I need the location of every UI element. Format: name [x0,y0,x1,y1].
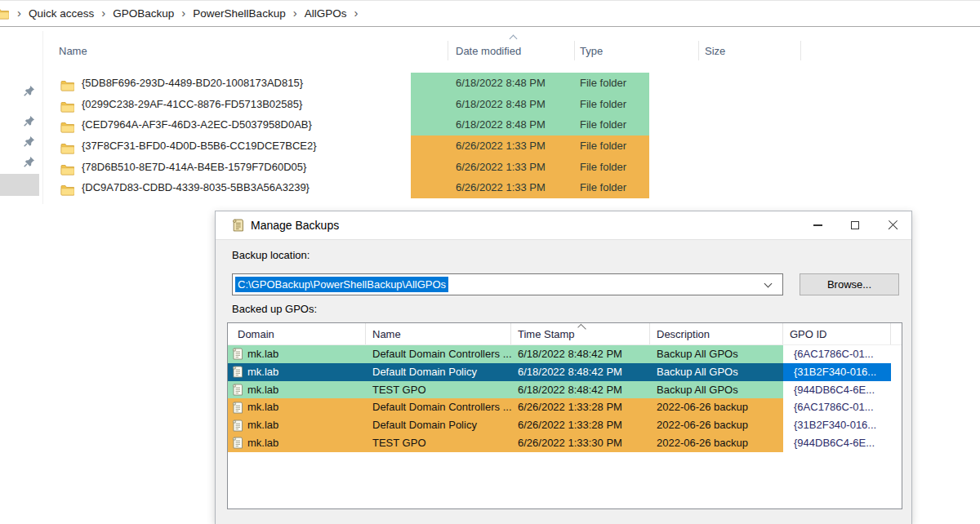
chevron-right-icon [346,6,365,21]
folder-icon [0,8,10,20]
gpo-scroll-icon [232,437,243,449]
cell-time: 6/18/2022 8:48:42 PM [511,381,650,399]
dialog-titlebar: Manage Backups [216,211,911,239]
file-date: 6/18/2022 8:48 PM [456,94,546,115]
table-row[interactable]: mk.lab Default Domain Controllers ... 6/… [228,345,902,363]
cell-domain: mk.lab [247,416,278,434]
column-gpo-id[interactable]: GPO ID [783,323,891,344]
cell-description: 2022-06-26 backup [650,416,783,434]
file-name: {0299C238-29AF-41CC-8876-FD5713B02585} [82,94,302,115]
minimize-icon [813,224,822,226]
cell-name: Default Domain Controllers ... [366,345,511,363]
cell-gpo-id: {6AC1786C-01... [783,345,891,363]
maximize-button[interactable] [836,211,874,239]
maximize-icon [851,221,859,229]
breadcrumb: Quick access GPOBackup PowerShellBackup … [0,0,980,27]
header-filler [891,323,902,344]
file-type: File folder [580,177,626,198]
cell-time: 6/26/2022 1:33:28 PM [511,416,650,434]
table-row[interactable]: mk.lab TEST GPO 6/18/2022 8:48:42 PM Bac… [228,381,902,399]
column-description[interactable]: Description [650,323,783,344]
file-list: {5DB8F696-293D-4489-BD20-1008173AD815} 6… [0,73,817,198]
cell-description: 2022-06-26 backup [650,398,783,416]
chevron-right-icon [286,6,305,21]
file-date: 6/18/2022 8:48 PM [456,73,546,94]
column-domain[interactable]: Domain [228,323,366,344]
file-name: {37F8CF31-BFD0-4D0D-B5B6-CC19DCE7BCE2} [82,135,317,157]
column-divider[interactable] [800,41,801,60]
chevron-down-icon[interactable] [764,280,773,288]
column-name[interactable]: Name [59,45,87,57]
file-type: File folder [580,94,626,115]
table-row-selected[interactable]: mk.lab Default Domain Policy 6/18/2022 8… [228,363,902,381]
table-row[interactable]: mk.lab Default Domain Controllers ... 6/… [228,398,902,416]
file-row[interactable]: {DC9A7D83-CDBD-4339-8035-5BB3A56A3239} 6… [0,177,817,198]
backup-location-input[interactable]: C:\GPOBackup\PowerShellBackup\AllGPOs [232,273,783,295]
table-row[interactable]: mk.lab Default Domain Policy 6/26/2022 1… [228,416,902,434]
column-date-modified[interactable]: Date modified [456,45,521,57]
table-header: Domain Name Time Stamp Description GPO I… [228,323,902,345]
file-list-header: Name Date modified Type Size [0,39,817,61]
backed-up-gpos-table: Domain Name Time Stamp Description GPO I… [227,322,902,509]
cell-time: 6/18/2022 8:48:42 PM [511,345,650,363]
cell-description: 2022-06-26 backup [650,434,783,452]
file-row[interactable]: {78D6B510-8E7D-414A-B4EB-1579F7D60D05} 6… [0,157,817,178]
backup-location-label: Backup location: [232,249,310,261]
cell-time: 6/18/2022 8:48:42 PM [511,363,650,381]
column-divider[interactable] [448,41,448,60]
column-type[interactable]: Type [580,45,603,57]
cell-gpo-id: {944DB6C4-6E... [783,434,891,452]
file-name: {5DB8F696-293D-4489-BD20-1008173AD815} [82,73,303,94]
folder-icon [60,182,74,203]
gpo-scroll-icon [232,348,243,360]
file-row[interactable]: {CED7964A-AF3F-46D3-A2EC-D5037958D0AB} 6… [0,114,817,135]
breadcrumb-allgpos[interactable]: AllGPOs [305,7,347,20]
minimize-button[interactable] [799,211,836,239]
file-date: 6/26/2022 1:33 PM [456,135,546,157]
chevron-right-icon [94,6,113,21]
file-type: File folder [580,73,626,94]
file-date: 6/26/2022 1:33 PM [456,177,546,198]
column-time-stamp[interactable]: Time Stamp [511,323,650,344]
column-divider[interactable] [698,41,699,60]
cell-time: 6/26/2022 1:33:30 PM [511,434,650,452]
cell-gpo-id: {31B2F340-016... [783,363,891,381]
gpo-scroll-icon [232,384,243,396]
dialog-title: Manage Backups [251,219,339,232]
backed-up-gpos-label: Backed up GPOs: [232,303,317,315]
column-name[interactable]: Name [366,323,511,344]
cell-domain: mk.lab [247,345,278,363]
cell-description: Backup All GPOs [650,363,783,381]
cell-description: Backup All GPOs [650,381,783,399]
chevron-right-icon [10,6,29,21]
file-name: {DC9A7D83-CDBD-4339-8035-5BB3A56A3239} [82,177,310,198]
file-type: File folder [580,157,626,178]
manage-backups-dialog: Manage Backups Backup location: C:\GPOBa… [215,211,912,524]
cell-domain: mk.lab [247,363,278,381]
file-row[interactable]: {37F8CF31-BFD0-4D0D-B5B6-CC19DCE7BCE2} 6… [0,135,817,157]
file-row[interactable]: {0299C238-29AF-41CC-8876-FD5713B02585} 6… [0,94,817,115]
file-row[interactable]: {5DB8F696-293D-4489-BD20-1008173AD815} 6… [0,73,817,94]
screen: Quick access GPOBackup PowerShellBackup … [0,0,980,524]
browse-button[interactable]: Browse... [800,273,899,295]
column-divider[interactable] [574,41,575,60]
cell-domain: mk.lab [247,381,278,399]
cell-time: 6/26/2022 1:33:28 PM [511,398,650,416]
breadcrumb-quick-access[interactable]: Quick access [29,7,94,20]
chevron-right-icon [174,6,193,21]
cell-name: Default Domain Controllers ... [366,398,511,416]
gpo-scroll-icon [232,402,243,414]
column-size[interactable]: Size [705,45,725,57]
file-type: File folder [580,135,626,157]
file-type: File folder [580,114,626,135]
breadcrumb-gpobackup[interactable]: GPOBackup [113,7,174,20]
file-name: {CED7964A-AF3F-46D3-A2EC-D5037958D0AB} [82,114,312,135]
cell-gpo-id: {31B2F340-016... [783,416,891,434]
file-name: {78D6B510-8E7D-414A-B4EB-1579F7D60D05} [82,157,306,178]
backup-location-value: C:\GPOBackup\PowerShellBackup\AllGPOs [235,277,448,292]
gpo-scroll-icon [232,366,243,378]
cell-name: Default Domain Policy [366,363,511,381]
close-button[interactable] [874,211,911,239]
table-row[interactable]: mk.lab TEST GPO 6/26/2022 1:33:30 PM 202… [228,434,902,452]
breadcrumb-powershellbackup[interactable]: PowerShellBackup [193,7,285,20]
